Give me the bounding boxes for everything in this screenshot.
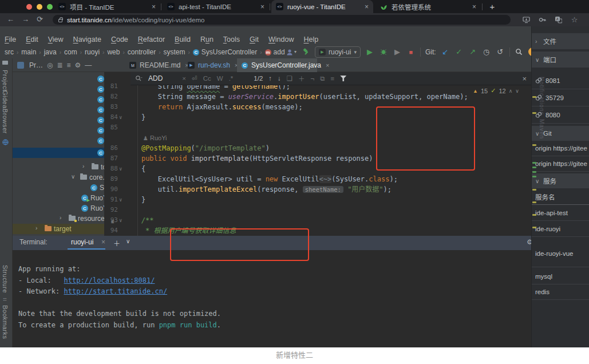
code-line[interactable]: 90 util.importTemplateExcel(response, sh… xyxy=(104,184,531,195)
git-remote-item[interactable]: origin https://gitee xyxy=(532,141,589,156)
search-everywhere-icon[interactable] xyxy=(515,47,524,57)
new-terminal-icon[interactable]: ＋ xyxy=(113,238,120,248)
bookmark-star-icon[interactable]: ☆ xyxy=(570,15,579,24)
run-icon[interactable]: ▶ xyxy=(365,47,374,57)
panel-section-端口[interactable]: ∨端口 xyxy=(532,52,589,68)
tree-row[interactable]: ›target xyxy=(13,224,104,234)
breadcrumb-item[interactable]: ruoyi xyxy=(85,48,100,56)
inspections-widget[interactable]: ▲15✓12∧∨ xyxy=(473,87,519,94)
fold-marker-icon[interactable]: ∨ xyxy=(119,195,122,205)
back-icon[interactable]: ← xyxy=(7,15,14,23)
terminal-link[interactable]: http://localhost:8081/ xyxy=(64,276,155,284)
tree-row[interactable]: ∨core.co xyxy=(13,172,104,183)
tree-row[interactable]: CS xyxy=(13,74,104,84)
tab-close-icon[interactable]: × xyxy=(472,3,476,11)
editor-tab-run-dev-sh[interactable]: ▶run-dev.sh× xyxy=(183,58,236,72)
mac-window-controls[interactable] xyxy=(26,4,53,10)
panel-section-文件[interactable]: ›文件 xyxy=(532,33,589,49)
breadcrumb-item[interactable]: CSysUserController xyxy=(193,48,257,56)
search-query[interactable]: ADD xyxy=(148,74,163,82)
menu-item-build[interactable]: Build xyxy=(175,35,191,43)
stop-icon[interactable]: ■ xyxy=(406,47,416,57)
git-push-icon[interactable]: ↗ xyxy=(468,47,477,57)
code-line[interactable]: 91∨ } xyxy=(104,195,531,205)
service-item[interactable]: ide-ruoyi-vue xyxy=(532,240,589,267)
project-tree-panel[interactable]: CSCSCSCSCSCSCSCS›too∨core.coCSwaC▶RuoYiA… xyxy=(13,72,104,236)
tool-window-button-project[interactable]: Project xyxy=(2,61,9,92)
fold-marker-icon[interactable]: ∨ xyxy=(119,164,122,174)
coverage-icon[interactable]: ▶ xyxy=(393,47,402,57)
install-app-icon[interactable] xyxy=(522,15,531,24)
terminal-tab[interactable]: ruoyi-ui xyxy=(71,238,93,246)
hide-panel-icon[interactable]: — xyxy=(85,61,92,69)
service-item[interactable]: redis xyxy=(532,284,589,300)
service-item[interactable]: ide-api-test xyxy=(532,205,589,221)
menu-item-help[interactable]: Help xyxy=(303,35,318,43)
new-line-icon[interactable]: ⏎ xyxy=(192,74,197,82)
breadcrumb-item[interactable]: src xyxy=(5,48,14,56)
close-find-bar-icon[interactable]: × xyxy=(522,74,527,83)
tree-row[interactable]: CS xyxy=(13,115,104,125)
panel-section-服务[interactable]: ∨服务 xyxy=(532,173,589,188)
service-item[interactable]: mysql xyxy=(532,269,589,284)
tree-row[interactable]: CSwa xyxy=(13,183,104,193)
service-item[interactable]: ide-ruoyi xyxy=(532,221,589,237)
browser-tab[interactable]: <>ruoyi-vue - TitanIDE× xyxy=(271,0,373,13)
tab-close-icon[interactable]: × xyxy=(152,3,156,11)
menu-item-tools[interactable]: Tools xyxy=(223,35,240,43)
code-line[interactable]: 93∨≣ /** xyxy=(104,215,531,225)
git-history-icon[interactable]: ◷ xyxy=(482,47,491,57)
tool-window-button-structure[interactable]: Structure⁝⁝ xyxy=(2,265,9,303)
tab-close-icon[interactable]: × xyxy=(260,3,264,11)
reload-icon[interactable]: ⟳ xyxy=(37,15,43,23)
tree-row[interactable]: CS xyxy=(13,94,104,105)
clear-search-icon[interactable]: × xyxy=(182,75,186,82)
breadcrumb-item[interactable]: system xyxy=(164,48,185,56)
tree-row[interactable]: C▶RuoYiApp xyxy=(13,193,104,203)
menu-item-navigate[interactable]: Navigate xyxy=(73,35,101,43)
tab-close-icon[interactable]: × xyxy=(101,238,105,246)
menu-item-refactor[interactable]: Refactor xyxy=(138,35,165,43)
tree-row[interactable]: ›too xyxy=(13,162,104,172)
tree-row[interactable]: CS xyxy=(13,84,104,94)
fold-marker-icon[interactable]: ∨ xyxy=(119,112,122,122)
tree-row[interactable]: CS xyxy=(13,125,104,136)
terminal-link[interactable]: http://start.titanide.cn/ xyxy=(64,287,167,295)
select-all-occurrences-icon[interactable]: ⧉ xyxy=(320,75,325,82)
show-lines-icon[interactable]: ≡ xyxy=(331,75,335,82)
debug-icon[interactable] xyxy=(379,47,388,57)
terminal-dropdown-icon[interactable]: ∨ xyxy=(126,238,130,244)
tree-row[interactable]: CRuoYiSer xyxy=(13,203,104,213)
menu-item-view[interactable]: View xyxy=(48,35,64,43)
tab-close-icon[interactable]: × xyxy=(326,62,329,69)
build-hammer-icon[interactable] xyxy=(301,47,310,57)
browser-tab[interactable]: 若依管理系统× xyxy=(375,0,481,13)
tree-row[interactable]: CS xyxy=(13,105,104,115)
password-key-icon[interactable] xyxy=(538,15,547,24)
find-bar[interactable]: ADD×⏎CcW.*1/2↑↓❏＋¬⧉≡× xyxy=(131,72,531,85)
next-error-icon[interactable]: ∨ xyxy=(515,88,519,94)
code-line[interactable]: 82 String message = userService.importUs… xyxy=(104,92,531,102)
tool-window-button-bookmarks[interactable]: Bookmarks xyxy=(2,305,9,342)
breadcrumb-item[interactable]: madd xyxy=(265,48,285,56)
exclude-occurrence-icon[interactable]: ¬ xyxy=(311,75,315,82)
code-line[interactable]: 92 xyxy=(104,205,531,215)
warning-count[interactable]: 15 xyxy=(481,88,488,94)
prev-error-icon[interactable]: ∧ xyxy=(509,88,513,94)
new-tab-button[interactable]: + xyxy=(487,1,497,11)
regex-toggle[interactable]: .* xyxy=(229,75,234,82)
browser-tab[interactable]: <>api-test - TitanIDE× xyxy=(163,0,269,13)
user-profile-icon[interactable]: ▾ xyxy=(286,47,297,57)
close-window-icon[interactable] xyxy=(26,4,32,10)
git-remote-item[interactable]: origin https://gitee xyxy=(532,156,589,172)
previous-match-icon[interactable]: ↑ xyxy=(268,75,272,82)
menu-item-edit[interactable]: Edit xyxy=(26,35,38,43)
maximize-window-icon[interactable] xyxy=(47,4,53,10)
match-case-toggle[interactable]: Cc xyxy=(203,75,211,82)
breadcrumb-item[interactable]: main xyxy=(21,48,36,56)
address-bar[interactable]: start.titanide.cn /ide/web/coding/ruoyi-… xyxy=(53,15,511,25)
expand-all-icon[interactable]: ≣ xyxy=(57,61,62,69)
breadcrumb-item[interactable]: web xyxy=(107,48,120,56)
next-match-icon[interactable]: ↓ xyxy=(278,75,281,82)
git-commit-icon[interactable]: ✓ xyxy=(454,47,464,57)
